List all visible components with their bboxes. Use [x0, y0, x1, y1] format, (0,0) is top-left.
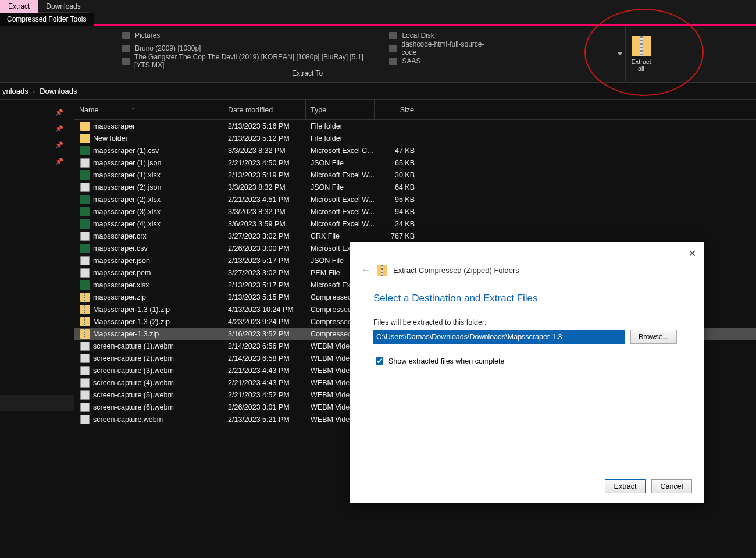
show-extracted-checkbox[interactable]: Show extracted files when complete	[373, 356, 704, 367]
ribbon-folder[interactable]: SAAS	[389, 55, 493, 67]
file-icon	[80, 170, 90, 180]
file-name: mapsscraper	[93, 122, 135, 130]
file-date: 2/14/2023 6:58 PM	[223, 354, 306, 362]
file-icon	[80, 195, 90, 204]
folder-icon	[122, 58, 130, 65]
file-type: Microsoft Excel W...	[306, 171, 375, 179]
ribbon-accent	[94, 13, 756, 26]
zip-icon	[377, 265, 387, 276]
file-type: Microsoft Excel W...	[306, 220, 375, 228]
file-name: Mapsscraper-1.3.zip	[93, 330, 159, 338]
file-icon	[80, 207, 90, 216]
file-icon	[80, 415, 90, 424]
folder-icon	[389, 58, 397, 65]
file-row[interactable]: mapsscraper (1).csv3/3/2023 8:32 PMMicro…	[74, 144, 756, 157]
file-date: 2/21/2023 4:52 PM	[223, 391, 306, 399]
col-type[interactable]: Type	[306, 100, 375, 120]
file-type: File folder	[306, 134, 375, 143]
file-icon	[80, 378, 90, 388]
ribbon-folder[interactable]: Pictures	[122, 29, 377, 41]
col-date[interactable]: Date modified	[223, 100, 306, 120]
extract-button[interactable]: Extract	[605, 479, 646, 493]
file-size: 767 KB	[375, 232, 419, 240]
file-row[interactable]: mapsscraper (1).xlsx2/13/2023 5:19 PMMic…	[74, 169, 756, 181]
file-date: 2/13/2023 5:21 PM	[223, 415, 306, 424]
folder-icon	[122, 32, 130, 39]
checkbox-input[interactable]	[376, 357, 383, 365]
file-row[interactable]: mapsscraper2/13/2023 5:16 PMFile folder	[74, 120, 756, 132]
file-name: mapsscraper (1).json	[93, 159, 161, 167]
browse-button[interactable]: Browse...	[630, 330, 677, 344]
file-date: 3/16/2023 3:52 PM	[223, 330, 306, 338]
file-date: 4/23/2023 9:24 PM	[223, 318, 306, 326]
file-name: New folder	[93, 134, 128, 143]
file-row[interactable]: New folder2/13/2023 5:12 PMFile folder	[74, 132, 756, 144]
ribbon-folder[interactable]: The Gangster The Cop The Devil (2019) [K…	[122, 55, 377, 67]
file-name: Mapsscraper-1.3 (2).zip	[93, 318, 170, 326]
file-icon	[80, 390, 90, 400]
file-size: 47 KB	[375, 147, 419, 155]
file-name: screen-capture (3).webm	[93, 367, 174, 375]
tab-downloads[interactable]: Downloads	[38, 0, 88, 13]
cancel-button[interactable]: Cancel	[651, 479, 692, 493]
folder-icon	[389, 32, 397, 39]
file-row[interactable]: mapsscraper (2).json3/3/2023 8:32 PMJSON…	[74, 181, 756, 193]
file-row[interactable]: mapsscraper (4).xlsx3/6/2023 3:59 PMMicr…	[74, 218, 756, 230]
col-size[interactable]: Size	[375, 100, 419, 120]
file-icon	[80, 244, 90, 253]
file-size: 95 KB	[375, 196, 419, 204]
file-row[interactable]: mapsscraper.crx3/27/2023 3:02 PMCRX File…	[74, 230, 756, 242]
file-type: CRX File	[306, 232, 375, 240]
extract-to-left: Pictures Bruno (2009) [1080p] The Gangst…	[122, 29, 377, 67]
file-name: mapsscraper (2).json	[93, 183, 161, 191]
zip-icon	[632, 36, 651, 56]
breadcrumb-part[interactable]: vnloads	[2, 87, 28, 95]
file-date: 4/13/2023 10:24 PM	[223, 305, 306, 314]
tab-extract[interactable]: Extract	[0, 0, 38, 13]
file-icon	[80, 342, 90, 351]
file-row[interactable]: mapsscraper (1).json2/21/2023 4:50 PMJSO…	[74, 157, 756, 169]
file-name: mapsscraper.csv	[93, 244, 148, 253]
file-name: screen-capture.webm	[93, 415, 163, 424]
close-button[interactable]: ✕	[684, 246, 700, 262]
file-size: 24 KB	[375, 220, 419, 228]
file-name: mapsscraper (1).xlsx	[93, 171, 161, 179]
breadcrumb[interactable]: vnloads › Downloads	[0, 83, 756, 100]
folder-icon	[389, 45, 397, 52]
file-name: mapsscraper.json	[93, 257, 150, 265]
col-name[interactable]: Name ⌃	[74, 100, 223, 120]
file-icon	[80, 268, 90, 278]
file-row[interactable]: mapsscraper (2).xlsx2/21/2023 4:51 PMMic…	[74, 193, 756, 205]
quick-access-item[interactable]	[0, 395, 74, 411]
file-icon	[80, 403, 90, 412]
file-date: 2/21/2023 4:50 PM	[223, 159, 306, 167]
file-name: mapsscraper.crx	[93, 232, 147, 240]
file-name: mapsscraper (3).xlsx	[93, 208, 161, 216]
extract-all-button[interactable]: Extract all	[625, 27, 657, 81]
file-icon	[80, 134, 90, 143]
file-name: mapsscraper.xlsx	[93, 281, 149, 289]
file-type: JSON File	[306, 159, 375, 167]
file-date: 3/3/2023 8:32 PM	[223, 208, 306, 216]
ribbon: Pictures Bruno (2009) [1080p] The Gangst…	[0, 26, 756, 83]
file-date: 2/13/2023 5:15 PM	[223, 293, 306, 301]
compressed-folder-tools[interactable]: Compressed Folder Tools	[0, 13, 94, 26]
back-arrow-icon[interactable]: ←	[361, 264, 371, 276]
destination-input[interactable]	[373, 330, 625, 344]
file-type: File folder	[306, 122, 375, 130]
file-icon	[80, 146, 90, 155]
file-date: 2/26/2023 3:00 PM	[223, 244, 306, 253]
file-size: 64 KB	[375, 183, 419, 191]
file-row[interactable]: mapsscraper (3).xlsx3/3/2023 8:32 PMMicr…	[74, 205, 756, 218]
extract-to-more[interactable]	[615, 26, 625, 82]
file-name: screen-capture (5).webm	[93, 391, 174, 399]
file-icon	[80, 256, 90, 265]
column-headers: Name ⌃ Date modified Type Size	[74, 100, 756, 120]
ribbon-folder[interactable]: dashcode-html-full-source-code	[389, 42, 493, 54]
file-size: 30 KB	[375, 171, 419, 179]
breadcrumb-part[interactable]: Downloads	[40, 87, 77, 95]
file-type: Microsoft Excel W...	[306, 196, 375, 204]
file-date: 2/13/2023 5:17 PM	[223, 257, 306, 265]
file-type: Microsoft Excel C...	[306, 147, 375, 155]
pin-icon: 📌	[0, 158, 74, 165]
